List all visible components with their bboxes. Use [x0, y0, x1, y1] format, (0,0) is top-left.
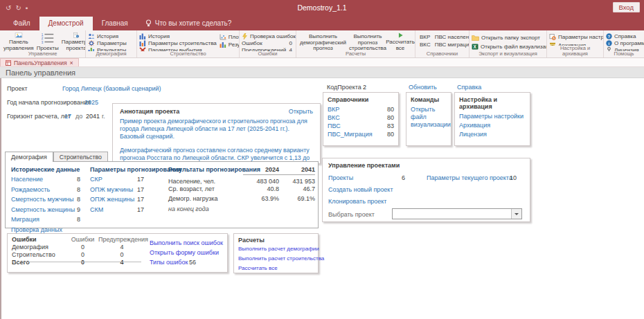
select-project-combobox[interactable] [392, 208, 522, 219]
run-construction-calc-link[interactable]: Выполнить расчет строительства [238, 255, 324, 262]
ribbon: Панель управления 123 Проекты i Параметр… [0, 30, 644, 58]
pvs-migration-ref-button[interactable]: ПВС миграции [435, 41, 469, 48]
vkr-ref-button[interactable]: ВКР [420, 33, 431, 40]
control-panel-button[interactable]: Панель управления [2, 32, 35, 51]
ribbon-group-export: Открыть папку экспорт X Открыть файл виз… [469, 30, 547, 57]
pvs-migration-count: 80 [387, 131, 394, 138]
license-link[interactable]: Лицензия [459, 131, 526, 138]
fertility-link[interactable]: Рождаемость [11, 186, 50, 197]
vkr-link[interactable]: ВКР [328, 106, 339, 113]
check-errors-button[interactable]: Проверка ошибок [242, 33, 294, 39]
folder-icon [472, 35, 479, 41]
population-link[interactable]: Население [11, 176, 43, 186]
ribbon-group-demography: История Параметры Результаты Демография [86, 30, 137, 57]
ribbon-group-setup: Параметры настройки Архивация Настройка … [547, 30, 604, 57]
refresh-link[interactable]: Обновить [409, 84, 437, 91]
ribbon-group-management: Панель управления 123 Проекты i Параметр… [0, 30, 86, 57]
tab-home[interactable]: Главная [93, 17, 137, 30]
help-button[interactable]: ? Справка [606, 33, 644, 39]
pvs-population-ref-button[interactable]: ПВС населения [435, 33, 469, 40]
female-life-exp-link[interactable]: ОПЖ женщины [90, 196, 134, 206]
demography-params-button[interactable]: Параметры [88, 40, 127, 46]
skr-link[interactable]: СКР [90, 176, 102, 186]
pvs-link[interactable]: ПВС [328, 122, 341, 129]
document-tab-control-panel[interactable]: ПанельУправления × [0, 58, 79, 66]
calculate-all-link[interactable]: Рассчитать все [238, 265, 278, 271]
forecast-params-title: Параметры прогнозирования [90, 166, 144, 173]
demography-tab-panel: Исторические данные Население8 Рождаемос… [5, 161, 319, 228]
titlebar: ↺ ↻ ▪ Demostroy_1.1 Вход [0, 0, 644, 15]
group-label-errors: Ошибки [240, 51, 296, 57]
project-code-label: КодПроекта [327, 84, 361, 91]
construction-history-button[interactable]: История [139, 33, 217, 39]
ribbon-group-construction: История Параметры строительства Параметр… [137, 30, 240, 57]
run-demography-forecast-button[interactable]: Выполнить демографический прогноз [298, 32, 348, 51]
run-construction-forecast-button[interactable]: Выполнить прогноз строительства [348, 32, 388, 51]
settings-params-link[interactable]: Параметры настройки [459, 113, 526, 120]
error-types-count: 56 [189, 259, 196, 266]
tab-file[interactable]: Файл [4, 17, 39, 30]
horizon-value[interactable]: 17 [64, 113, 71, 120]
female-mortality-link[interactable]: Смертность женщины [11, 206, 75, 217]
tab-construction[interactable]: Строительство [53, 152, 108, 162]
combo-dropdown-icon[interactable] [511, 209, 521, 219]
calculate-all-button[interactable]: Рассчитать все [388, 32, 413, 51]
list-item: Миграция8 [11, 216, 80, 226]
tell-me-box[interactable]: Что вы хотите сделать? [137, 17, 240, 30]
open-viz-file-button[interactable]: X Открыть файл визуализации [472, 43, 546, 50]
open-export-folder-button[interactable]: Открыть папку экспорт [472, 34, 546, 41]
start-year-label: Год начала прогнозирования [7, 99, 91, 106]
login-button[interactable]: Вход [613, 2, 641, 12]
vkr-count: 80 [387, 106, 394, 113]
projects-link[interactable]: Проекты [328, 174, 353, 181]
male-life-exp-link[interactable]: ОПЖ мужчины [90, 186, 133, 197]
construction-params-button[interactable]: Параметры строительства [139, 40, 217, 46]
start-year-value[interactable]: 2025 [84, 99, 98, 106]
demography-construction-tabs: Демография Строительство Исторические да… [5, 152, 319, 228]
tell-me-label: Что вы хотите сделать? [155, 19, 232, 27]
tab-demography[interactable]: Демография [5, 152, 53, 162]
annotation-open-link[interactable]: Открыть [289, 108, 313, 115]
svg-text:1: 1 [42, 33, 44, 37]
annotation-paragraph-1: Пример проекта демографического и строит… [113, 118, 320, 140]
projects-button[interactable]: 123 Проекты [35, 32, 60, 51]
group-label-management: Управление [0, 51, 85, 57]
horizon-end-year: 2041 [86, 113, 100, 120]
group-label-references: Справочники [415, 51, 469, 57]
about-button[interactable]: i О программе [606, 40, 644, 46]
find-errors-link[interactable]: Выполнить поиск ошибок [150, 239, 223, 246]
vks-ref-button[interactable]: ВКС [420, 41, 431, 48]
male-mortality-link[interactable]: Смертность мужчины [11, 196, 73, 206]
commands-box: Команды Открыть файл визуализации [406, 92, 451, 146]
errors-count: 0 [289, 40, 294, 46]
form-help-link[interactable]: Справка [457, 84, 481, 91]
clone-project-link[interactable]: Клонировать проект [328, 198, 386, 205]
warnings-col-header: Предупреждения [98, 236, 145, 243]
demography-history-button[interactable]: История [88, 33, 127, 39]
document-tab-strip: ПанельУправления × [0, 58, 644, 67]
close-tab-icon[interactable]: × [70, 60, 73, 66]
open-viz-file-link[interactable]: Открыть файл визуализации [411, 106, 447, 129]
density-button[interactable]: Плотность застройки [220, 33, 239, 40]
results-row-label: Население, чел. [168, 175, 243, 185]
construction-results-button[interactable]: Результаты [220, 41, 239, 48]
tab-demostroy[interactable]: Демострой [39, 17, 93, 30]
list-item: ОПЖ женщины17 [90, 196, 144, 206]
error-types-link[interactable]: Типы ошибок [150, 259, 188, 266]
current-project-params-link[interactable]: Параметры текущего проекта [427, 174, 512, 181]
svg-text:3: 3 [42, 41, 44, 44]
archive-link[interactable]: Архивация [459, 122, 526, 129]
setup-box-title: Настройка и архивация [455, 93, 530, 112]
settings-params-button[interactable]: Параметры настройки [549, 34, 603, 40]
run-demography-calc-link[interactable]: Выполнить расчет демографии [238, 246, 319, 252]
project-value-link[interactable]: Город Липецк (базовый сценарий) [62, 85, 161, 92]
migration-link[interactable]: Миграция [11, 216, 39, 226]
list-item: Рождаемость8 [11, 186, 80, 197]
vks-link[interactable]: ВКС [328, 114, 340, 121]
results-row-label: Ср. возраст, лет [168, 185, 243, 196]
skm-link[interactable]: СКМ [90, 206, 103, 217]
pvs-migration-link[interactable]: ПВС_Миграция [328, 131, 373, 138]
open-error-form-link[interactable]: Открыть форму ошибки [150, 249, 219, 256]
project-params-button[interactable]: i Параметры проекта [60, 32, 85, 51]
create-project-link[interactable]: Создать новый проект [328, 186, 393, 193]
